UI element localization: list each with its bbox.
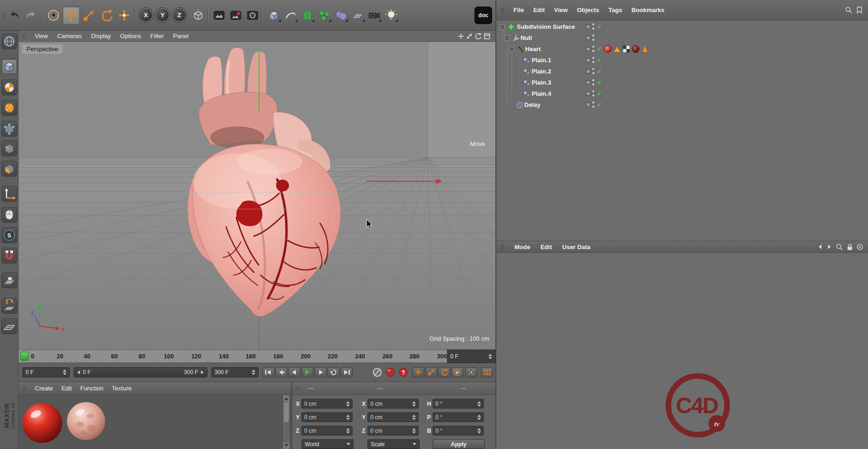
layer-swatch[interactable] — [586, 80, 590, 85]
add-metaball-button[interactable] — [332, 6, 350, 25]
next-frame-button[interactable] — [314, 367, 327, 377]
object-name[interactable]: Plain.1 — [532, 57, 551, 64]
layer-swatch[interactable] — [586, 58, 590, 62]
workplane-align-button[interactable] — [1, 318, 17, 334]
layer-swatch[interactable] — [586, 69, 590, 73]
render-view-button[interactable] — [210, 6, 228, 25]
om-bookmark-button[interactable] — [856, 7, 862, 15]
position-y-field[interactable]: 0 cm — [301, 412, 353, 422]
object-row-plain1[interactable]: Plain.1 ✓ — [496, 55, 868, 66]
perspective-viewport[interactable]: Y Z x Perspective Move+ Grid Spacing : 1… — [19, 42, 495, 350]
object-row-heart[interactable]: − Heart ✓ — [496, 44, 868, 55]
current-frame-field[interactable]: 0 F — [22, 367, 70, 377]
end-frame-stepper[interactable] — [252, 370, 255, 375]
object-row-subdivision-surface[interactable]: − Subdivision Surface ✓ — [496, 21, 868, 33]
apply-button[interactable]: Apply — [433, 439, 485, 449]
previous-frame-button[interactable] — [288, 367, 300, 377]
preview-range-slider[interactable]: 0 F 300 F — [73, 367, 207, 377]
expand-toggle-icon[interactable]: − — [509, 47, 514, 52]
viewport-toggle-button[interactable] — [483, 33, 491, 42]
field-stepper[interactable] — [412, 401, 416, 407]
object-name[interactable]: Plain.2 — [532, 68, 551, 75]
material-scrollbar[interactable] — [282, 395, 289, 449]
current-frame-display[interactable]: 0 F — [447, 350, 495, 363]
layer-swatch[interactable] — [586, 103, 590, 107]
magnet-snap-button[interactable] — [1, 248, 17, 264]
object-row-plain3[interactable]: Plain.3 ✓ — [496, 77, 868, 88]
range-left-arrow-icon[interactable] — [77, 370, 80, 374]
attribute-manager-grip[interactable] — [500, 244, 504, 250]
material-menu-create[interactable]: Create — [35, 385, 53, 392]
am-menu-userdata[interactable]: User Data — [562, 244, 591, 251]
om-menu-tags[interactable]: Tags — [608, 7, 622, 13]
object-name[interactable]: Delay — [524, 101, 541, 108]
record-keyframe-button[interactable] — [385, 367, 395, 377]
timeline-ruler[interactable]: 0 20 40 60 80 100 120 140 160 180 200 22… — [19, 350, 495, 363]
enabled-check-icon[interactable]: ✓ — [597, 57, 602, 64]
lock-y-axis-button[interactable]: Y — [155, 8, 170, 22]
viewport-menu-options[interactable]: Options — [120, 33, 141, 40]
play-mode-button[interactable] — [327, 367, 340, 377]
add-light-button[interactable] — [382, 6, 400, 25]
texture-axis-mode-button[interactable] — [1, 100, 17, 116]
enabled-check-icon[interactable]: ✓ — [597, 79, 602, 86]
record-disabled-button[interactable] — [372, 367, 382, 377]
enabled-check-icon[interactable]: ✓ — [597, 101, 602, 108]
field-stepper[interactable] — [346, 401, 350, 407]
add-camera-button[interactable] — [366, 6, 383, 25]
last-tool-button[interactable] — [115, 6, 133, 25]
visibility-dots[interactable] — [592, 56, 595, 64]
material-red[interactable] — [21, 402, 63, 446]
object-row-plain2[interactable]: Plain.2 ✓ — [496, 66, 868, 77]
scale-tool-button[interactable] — [80, 6, 98, 25]
end-frame-field[interactable]: 300 F — [211, 367, 259, 377]
rotation-h-field[interactable]: 0 ° — [433, 399, 484, 409]
material-menu-grip[interactable] — [22, 385, 27, 392]
object-row-null[interactable]: − Null — [496, 33, 868, 44]
am-history-back-button[interactable] — [817, 244, 823, 252]
visibility-dots[interactable] — [592, 45, 595, 53]
enabled-check-icon[interactable]: ✓ — [597, 46, 602, 53]
size-y-field[interactable]: 0 cm — [367, 412, 419, 422]
doc-layout-badge[interactable]: doc — [474, 7, 492, 24]
field-stepper[interactable] — [346, 428, 350, 434]
material-menu-edit[interactable]: Edit — [61, 385, 72, 392]
expand-toggle-icon[interactable]: − — [505, 36, 509, 40]
key-position-toggle[interactable] — [412, 367, 424, 377]
key-scale-toggle[interactable] — [425, 367, 437, 377]
rotation-b-field[interactable]: 0 ° — [433, 426, 484, 436]
object-manager-grip[interactable] — [500, 7, 504, 14]
points-mode-button[interactable] — [1, 121, 17, 137]
scroll-down-icon[interactable] — [283, 442, 289, 449]
expand-toggle-icon[interactable]: − — [500, 25, 505, 29]
layer-swatch[interactable] — [586, 47, 590, 51]
viewport-menu-cameras[interactable]: Cameras — [57, 33, 82, 40]
size-x-field[interactable]: 0 cm — [367, 399, 419, 409]
autokey-button[interactable]: ? — [398, 367, 408, 377]
om-menu-edit[interactable]: Edit — [533, 7, 545, 13]
play-button[interactable] — [301, 367, 314, 377]
size-z-field[interactable]: 0 cm — [367, 426, 419, 436]
live-selection-button[interactable] — [45, 6, 62, 25]
coordinates-grip[interactable] — [296, 385, 300, 392]
uvw-tag[interactable] — [622, 45, 630, 55]
object-name[interactable]: Null — [521, 34, 532, 41]
texture-mode-button[interactable] — [1, 79, 17, 95]
add-cube-button[interactable] — [265, 6, 283, 25]
toolbar-grip[interactable] — [1, 12, 6, 19]
move-tool-button[interactable] — [62, 6, 80, 25]
viewport-zoom-button[interactable] — [466, 33, 473, 42]
field-stepper[interactable] — [477, 428, 481, 434]
om-menu-file[interactable]: File — [514, 7, 524, 13]
material-tag-dark[interactable] — [632, 45, 640, 55]
field-stepper[interactable] — [412, 415, 416, 420]
object-name[interactable]: Plain.4 — [532, 90, 551, 97]
am-menu-mode[interactable]: Mode — [514, 244, 530, 251]
om-search-button[interactable] — [845, 7, 852, 15]
object-name[interactable]: Heart — [525, 46, 541, 53]
render-settings-button[interactable] — [244, 6, 261, 25]
enabled-check-icon[interactable]: ✓ — [597, 68, 602, 75]
material-tag-red[interactable] — [604, 45, 612, 55]
playhead-marker[interactable] — [20, 352, 28, 361]
om-menu-objects[interactable]: Objects — [577, 7, 599, 13]
